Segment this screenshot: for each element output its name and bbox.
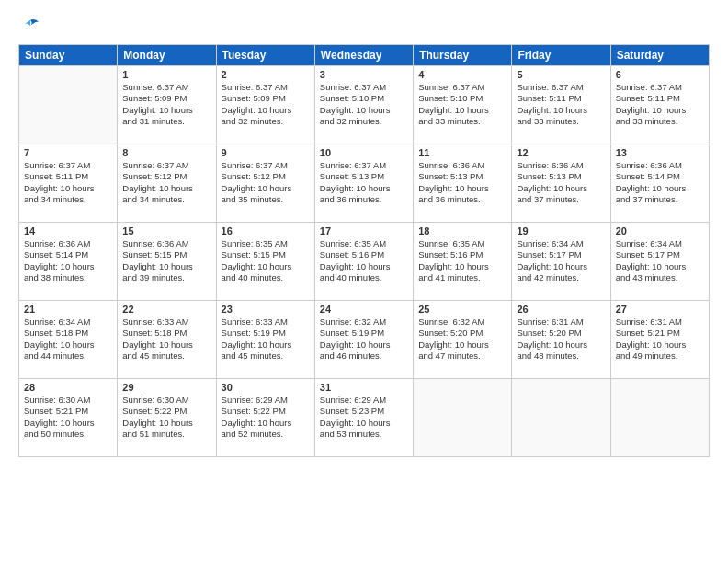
day-number: 15 xyxy=(122,225,210,236)
day-info: Sunrise: 6:30 AM Sunset: 5:21 PM Dayligh… xyxy=(24,395,112,440)
col-header-saturday: Saturday xyxy=(610,45,709,66)
day-cell: 27Sunrise: 6:31 AM Sunset: 5:21 PM Dayli… xyxy=(610,301,709,379)
day-info: Sunrise: 6:37 AM Sunset: 5:12 PM Dayligh… xyxy=(122,160,210,205)
day-info: Sunrise: 6:34 AM Sunset: 5:17 PM Dayligh… xyxy=(517,238,605,283)
day-number: 22 xyxy=(122,304,210,315)
day-cell: 25Sunrise: 6:32 AM Sunset: 5:20 PM Dayli… xyxy=(414,301,512,379)
day-number: 27 xyxy=(616,304,704,315)
calendar-page: SundayMondayTuesdayWednesdayThursdayFrid… xyxy=(0,0,728,563)
week-row-5: 28Sunrise: 6:30 AM Sunset: 5:21 PM Dayli… xyxy=(19,379,710,457)
day-number: 30 xyxy=(222,382,310,393)
day-number: 7 xyxy=(24,147,112,158)
day-cell xyxy=(610,379,709,457)
day-cell: 5Sunrise: 6:37 AM Sunset: 5:11 PM Daylig… xyxy=(512,66,610,144)
day-number: 8 xyxy=(122,147,210,158)
col-header-friday: Friday xyxy=(512,45,610,66)
day-info: Sunrise: 6:37 AM Sunset: 5:13 PM Dayligh… xyxy=(320,160,408,205)
day-info: Sunrise: 6:29 AM Sunset: 5:22 PM Dayligh… xyxy=(222,395,310,440)
day-number: 29 xyxy=(122,382,210,393)
day-info: Sunrise: 6:31 AM Sunset: 5:21 PM Dayligh… xyxy=(616,316,704,362)
calendar-table: SundayMondayTuesdayWednesdayThursdayFrid… xyxy=(18,44,710,457)
day-number: 3 xyxy=(320,69,408,80)
day-info: Sunrise: 6:36 AM Sunset: 5:13 PM Dayligh… xyxy=(517,160,605,205)
header xyxy=(18,18,710,35)
day-cell: 23Sunrise: 6:33 AM Sunset: 5:19 PM Dayli… xyxy=(216,301,314,379)
day-number: 18 xyxy=(418,225,506,236)
day-number: 13 xyxy=(616,147,704,158)
week-row-1: 1Sunrise: 6:37 AM Sunset: 5:09 PM Daylig… xyxy=(19,66,710,144)
day-info: Sunrise: 6:35 AM Sunset: 5:16 PM Dayligh… xyxy=(418,238,506,283)
day-number: 10 xyxy=(320,147,408,158)
day-info: Sunrise: 6:37 AM Sunset: 5:10 PM Dayligh… xyxy=(320,82,408,127)
day-number: 11 xyxy=(418,147,506,158)
day-cell: 14Sunrise: 6:36 AM Sunset: 5:14 PM Dayli… xyxy=(19,223,118,301)
day-cell: 13Sunrise: 6:36 AM Sunset: 5:14 PM Dayli… xyxy=(610,144,709,223)
day-number: 12 xyxy=(517,147,605,158)
day-info: Sunrise: 6:37 AM Sunset: 5:12 PM Dayligh… xyxy=(222,160,310,205)
day-cell xyxy=(414,379,512,457)
day-number: 31 xyxy=(320,382,408,393)
day-number: 21 xyxy=(24,304,112,315)
day-cell: 3Sunrise: 6:37 AM Sunset: 5:10 PM Daylig… xyxy=(314,66,413,144)
day-cell: 16Sunrise: 6:35 AM Sunset: 5:15 PM Dayli… xyxy=(216,223,314,301)
col-header-sunday: Sunday xyxy=(19,45,118,66)
day-cell xyxy=(19,66,118,144)
day-cell: 9Sunrise: 6:37 AM Sunset: 5:12 PM Daylig… xyxy=(216,144,314,223)
day-info: Sunrise: 6:33 AM Sunset: 5:19 PM Dayligh… xyxy=(222,316,310,362)
col-header-monday: Monday xyxy=(118,45,216,66)
day-number: 28 xyxy=(24,382,112,393)
day-info: Sunrise: 6:35 AM Sunset: 5:15 PM Dayligh… xyxy=(222,238,310,283)
day-cell: 26Sunrise: 6:31 AM Sunset: 5:20 PM Dayli… xyxy=(512,301,610,379)
day-info: Sunrise: 6:34 AM Sunset: 5:17 PM Dayligh… xyxy=(616,238,704,283)
day-info: Sunrise: 6:30 AM Sunset: 5:22 PM Dayligh… xyxy=(122,395,210,440)
day-number: 1 xyxy=(122,69,210,80)
day-number: 14 xyxy=(24,225,112,236)
day-info: Sunrise: 6:37 AM Sunset: 5:11 PM Dayligh… xyxy=(24,160,112,205)
header-row: SundayMondayTuesdayWednesdayThursdayFrid… xyxy=(19,45,710,66)
week-row-4: 21Sunrise: 6:34 AM Sunset: 5:18 PM Dayli… xyxy=(19,301,710,379)
day-cell: 24Sunrise: 6:32 AM Sunset: 5:19 PM Dayli… xyxy=(314,301,413,379)
day-cell: 17Sunrise: 6:35 AM Sunset: 5:16 PM Dayli… xyxy=(314,223,413,301)
logo xyxy=(18,18,42,35)
day-info: Sunrise: 6:31 AM Sunset: 5:20 PM Dayligh… xyxy=(517,316,605,362)
day-number: 4 xyxy=(418,69,506,80)
logo-bird-icon xyxy=(20,18,40,35)
day-number: 5 xyxy=(517,69,605,80)
day-number: 20 xyxy=(616,225,704,236)
day-number: 26 xyxy=(517,304,605,315)
day-cell: 1Sunrise: 6:37 AM Sunset: 5:09 PM Daylig… xyxy=(118,66,216,144)
day-info: Sunrise: 6:34 AM Sunset: 5:18 PM Dayligh… xyxy=(24,316,112,362)
day-info: Sunrise: 6:36 AM Sunset: 5:13 PM Dayligh… xyxy=(418,160,506,205)
day-cell: 29Sunrise: 6:30 AM Sunset: 5:22 PM Dayli… xyxy=(118,379,216,457)
day-cell: 7Sunrise: 6:37 AM Sunset: 5:11 PM Daylig… xyxy=(19,144,118,223)
day-info: Sunrise: 6:37 AM Sunset: 5:09 PM Dayligh… xyxy=(122,82,210,127)
day-cell: 2Sunrise: 6:37 AM Sunset: 5:09 PM Daylig… xyxy=(216,66,314,144)
day-cell: 19Sunrise: 6:34 AM Sunset: 5:17 PM Dayli… xyxy=(512,223,610,301)
day-info: Sunrise: 6:36 AM Sunset: 5:14 PM Dayligh… xyxy=(24,238,112,283)
day-info: Sunrise: 6:29 AM Sunset: 5:23 PM Dayligh… xyxy=(320,395,408,440)
col-header-wednesday: Wednesday xyxy=(314,45,413,66)
day-cell: 6Sunrise: 6:37 AM Sunset: 5:11 PM Daylig… xyxy=(610,66,709,144)
day-cell xyxy=(512,379,610,457)
day-info: Sunrise: 6:32 AM Sunset: 5:19 PM Dayligh… xyxy=(320,316,408,362)
day-info: Sunrise: 6:37 AM Sunset: 5:10 PM Dayligh… xyxy=(418,82,506,127)
day-info: Sunrise: 6:32 AM Sunset: 5:20 PM Dayligh… xyxy=(418,316,506,362)
day-info: Sunrise: 6:36 AM Sunset: 5:14 PM Dayligh… xyxy=(616,160,704,205)
day-number: 17 xyxy=(320,225,408,236)
col-header-tuesday: Tuesday xyxy=(216,45,314,66)
day-info: Sunrise: 6:35 AM Sunset: 5:16 PM Dayligh… xyxy=(320,238,408,283)
day-info: Sunrise: 6:33 AM Sunset: 5:18 PM Dayligh… xyxy=(122,316,210,362)
day-cell: 15Sunrise: 6:36 AM Sunset: 5:15 PM Dayli… xyxy=(118,223,216,301)
day-info: Sunrise: 6:37 AM Sunset: 5:09 PM Dayligh… xyxy=(222,82,310,127)
day-cell: 8Sunrise: 6:37 AM Sunset: 5:12 PM Daylig… xyxy=(118,144,216,223)
day-number: 24 xyxy=(320,304,408,315)
day-number: 16 xyxy=(222,225,310,236)
day-cell: 30Sunrise: 6:29 AM Sunset: 5:22 PM Dayli… xyxy=(216,379,314,457)
day-info: Sunrise: 6:36 AM Sunset: 5:15 PM Dayligh… xyxy=(122,238,210,283)
day-number: 2 xyxy=(222,69,310,80)
day-cell: 18Sunrise: 6:35 AM Sunset: 5:16 PM Dayli… xyxy=(414,223,512,301)
day-cell: 28Sunrise: 6:30 AM Sunset: 5:21 PM Dayli… xyxy=(19,379,118,457)
day-cell: 4Sunrise: 6:37 AM Sunset: 5:10 PM Daylig… xyxy=(414,66,512,144)
day-number: 23 xyxy=(222,304,310,315)
day-cell: 21Sunrise: 6:34 AM Sunset: 5:18 PM Dayli… xyxy=(19,301,118,379)
